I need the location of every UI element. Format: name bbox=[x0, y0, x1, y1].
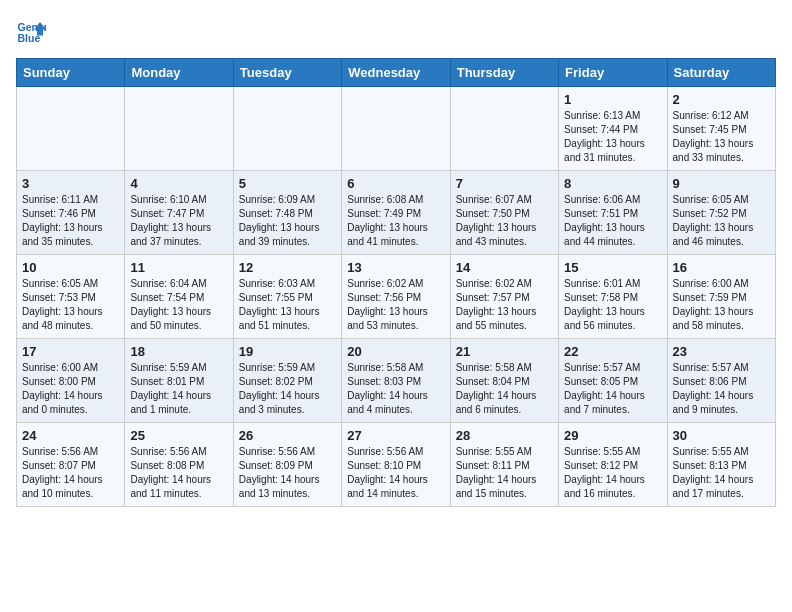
day-content: Sunrise: 5:59 AM Sunset: 8:01 PM Dayligh… bbox=[130, 361, 227, 417]
day-number: 10 bbox=[22, 260, 119, 275]
day-content: Sunrise: 6:08 AM Sunset: 7:49 PM Dayligh… bbox=[347, 193, 444, 249]
day-content: Sunrise: 5:55 AM Sunset: 8:12 PM Dayligh… bbox=[564, 445, 661, 501]
calendar-cell: 19Sunrise: 5:59 AM Sunset: 8:02 PM Dayli… bbox=[233, 339, 341, 423]
calendar-cell: 24Sunrise: 5:56 AM Sunset: 8:07 PM Dayli… bbox=[17, 423, 125, 507]
header-thursday: Thursday bbox=[450, 59, 558, 87]
day-content: Sunrise: 5:55 AM Sunset: 8:13 PM Dayligh… bbox=[673, 445, 770, 501]
calendar-cell: 28Sunrise: 5:55 AM Sunset: 8:11 PM Dayli… bbox=[450, 423, 558, 507]
calendar-cell bbox=[233, 87, 341, 171]
calendar-cell: 3Sunrise: 6:11 AM Sunset: 7:46 PM Daylig… bbox=[17, 171, 125, 255]
day-content: Sunrise: 5:56 AM Sunset: 8:10 PM Dayligh… bbox=[347, 445, 444, 501]
calendar-cell: 22Sunrise: 5:57 AM Sunset: 8:05 PM Dayli… bbox=[559, 339, 667, 423]
day-number: 13 bbox=[347, 260, 444, 275]
calendar-cell: 18Sunrise: 5:59 AM Sunset: 8:01 PM Dayli… bbox=[125, 339, 233, 423]
calendar-cell: 5Sunrise: 6:09 AM Sunset: 7:48 PM Daylig… bbox=[233, 171, 341, 255]
calendar-cell: 8Sunrise: 6:06 AM Sunset: 7:51 PM Daylig… bbox=[559, 171, 667, 255]
day-content: Sunrise: 6:04 AM Sunset: 7:54 PM Dayligh… bbox=[130, 277, 227, 333]
day-number: 16 bbox=[673, 260, 770, 275]
svg-text:Blue: Blue bbox=[18, 32, 41, 44]
calendar-cell: 2Sunrise: 6:12 AM Sunset: 7:45 PM Daylig… bbox=[667, 87, 775, 171]
calendar-week-row: 10Sunrise: 6:05 AM Sunset: 7:53 PM Dayli… bbox=[17, 255, 776, 339]
day-content: Sunrise: 5:58 AM Sunset: 8:04 PM Dayligh… bbox=[456, 361, 553, 417]
day-number: 23 bbox=[673, 344, 770, 359]
day-number: 24 bbox=[22, 428, 119, 443]
header-monday: Monday bbox=[125, 59, 233, 87]
day-content: Sunrise: 5:58 AM Sunset: 8:03 PM Dayligh… bbox=[347, 361, 444, 417]
day-number: 25 bbox=[130, 428, 227, 443]
day-content: Sunrise: 5:56 AM Sunset: 8:08 PM Dayligh… bbox=[130, 445, 227, 501]
calendar-cell: 14Sunrise: 6:02 AM Sunset: 7:57 PM Dayli… bbox=[450, 255, 558, 339]
day-content: Sunrise: 6:05 AM Sunset: 7:52 PM Dayligh… bbox=[673, 193, 770, 249]
calendar-cell: 20Sunrise: 5:58 AM Sunset: 8:03 PM Dayli… bbox=[342, 339, 450, 423]
day-number: 2 bbox=[673, 92, 770, 107]
day-content: Sunrise: 6:07 AM Sunset: 7:50 PM Dayligh… bbox=[456, 193, 553, 249]
day-content: Sunrise: 6:02 AM Sunset: 7:56 PM Dayligh… bbox=[347, 277, 444, 333]
calendar-cell: 21Sunrise: 5:58 AM Sunset: 8:04 PM Dayli… bbox=[450, 339, 558, 423]
calendar-cell: 12Sunrise: 6:03 AM Sunset: 7:55 PM Dayli… bbox=[233, 255, 341, 339]
header-tuesday: Tuesday bbox=[233, 59, 341, 87]
calendar-cell: 16Sunrise: 6:00 AM Sunset: 7:59 PM Dayli… bbox=[667, 255, 775, 339]
day-number: 29 bbox=[564, 428, 661, 443]
day-content: Sunrise: 5:59 AM Sunset: 8:02 PM Dayligh… bbox=[239, 361, 336, 417]
calendar-cell bbox=[342, 87, 450, 171]
calendar-week-row: 3Sunrise: 6:11 AM Sunset: 7:46 PM Daylig… bbox=[17, 171, 776, 255]
logo-icon: General Blue bbox=[16, 16, 46, 46]
day-number: 27 bbox=[347, 428, 444, 443]
day-number: 9 bbox=[673, 176, 770, 191]
calendar-week-row: 17Sunrise: 6:00 AM Sunset: 8:00 PM Dayli… bbox=[17, 339, 776, 423]
day-number: 20 bbox=[347, 344, 444, 359]
day-content: Sunrise: 6:11 AM Sunset: 7:46 PM Dayligh… bbox=[22, 193, 119, 249]
calendar-cell: 7Sunrise: 6:07 AM Sunset: 7:50 PM Daylig… bbox=[450, 171, 558, 255]
header-saturday: Saturday bbox=[667, 59, 775, 87]
calendar-cell: 15Sunrise: 6:01 AM Sunset: 7:58 PM Dayli… bbox=[559, 255, 667, 339]
calendar-cell: 17Sunrise: 6:00 AM Sunset: 8:00 PM Dayli… bbox=[17, 339, 125, 423]
calendar-cell: 1Sunrise: 6:13 AM Sunset: 7:44 PM Daylig… bbox=[559, 87, 667, 171]
calendar-cell: 30Sunrise: 5:55 AM Sunset: 8:13 PM Dayli… bbox=[667, 423, 775, 507]
day-content: Sunrise: 6:00 AM Sunset: 8:00 PM Dayligh… bbox=[22, 361, 119, 417]
calendar-cell: 4Sunrise: 6:10 AM Sunset: 7:47 PM Daylig… bbox=[125, 171, 233, 255]
calendar-cell: 11Sunrise: 6:04 AM Sunset: 7:54 PM Dayli… bbox=[125, 255, 233, 339]
calendar-table: SundayMondayTuesdayWednesdayThursdayFrid… bbox=[16, 58, 776, 507]
day-content: Sunrise: 6:03 AM Sunset: 7:55 PM Dayligh… bbox=[239, 277, 336, 333]
day-number: 1 bbox=[564, 92, 661, 107]
day-content: Sunrise: 6:06 AM Sunset: 7:51 PM Dayligh… bbox=[564, 193, 661, 249]
calendar-cell: 29Sunrise: 5:55 AM Sunset: 8:12 PM Dayli… bbox=[559, 423, 667, 507]
day-number: 18 bbox=[130, 344, 227, 359]
calendar-week-row: 1Sunrise: 6:13 AM Sunset: 7:44 PM Daylig… bbox=[17, 87, 776, 171]
day-content: Sunrise: 6:13 AM Sunset: 7:44 PM Dayligh… bbox=[564, 109, 661, 165]
calendar-cell: 25Sunrise: 5:56 AM Sunset: 8:08 PM Dayli… bbox=[125, 423, 233, 507]
day-number: 22 bbox=[564, 344, 661, 359]
day-content: Sunrise: 6:12 AM Sunset: 7:45 PM Dayligh… bbox=[673, 109, 770, 165]
calendar-cell: 9Sunrise: 6:05 AM Sunset: 7:52 PM Daylig… bbox=[667, 171, 775, 255]
day-content: Sunrise: 5:55 AM Sunset: 8:11 PM Dayligh… bbox=[456, 445, 553, 501]
page-header: General Blue bbox=[16, 16, 776, 46]
day-number: 28 bbox=[456, 428, 553, 443]
day-content: Sunrise: 5:57 AM Sunset: 8:05 PM Dayligh… bbox=[564, 361, 661, 417]
logo: General Blue bbox=[16, 16, 50, 46]
day-number: 19 bbox=[239, 344, 336, 359]
day-content: Sunrise: 6:01 AM Sunset: 7:58 PM Dayligh… bbox=[564, 277, 661, 333]
day-number: 8 bbox=[564, 176, 661, 191]
calendar-header-row: SundayMondayTuesdayWednesdayThursdayFrid… bbox=[17, 59, 776, 87]
calendar-cell bbox=[17, 87, 125, 171]
day-content: Sunrise: 6:00 AM Sunset: 7:59 PM Dayligh… bbox=[673, 277, 770, 333]
calendar-cell bbox=[125, 87, 233, 171]
calendar-cell: 26Sunrise: 5:56 AM Sunset: 8:09 PM Dayli… bbox=[233, 423, 341, 507]
day-content: Sunrise: 6:02 AM Sunset: 7:57 PM Dayligh… bbox=[456, 277, 553, 333]
header-sunday: Sunday bbox=[17, 59, 125, 87]
calendar-week-row: 24Sunrise: 5:56 AM Sunset: 8:07 PM Dayli… bbox=[17, 423, 776, 507]
day-number: 11 bbox=[130, 260, 227, 275]
day-content: Sunrise: 6:09 AM Sunset: 7:48 PM Dayligh… bbox=[239, 193, 336, 249]
calendar-cell: 13Sunrise: 6:02 AM Sunset: 7:56 PM Dayli… bbox=[342, 255, 450, 339]
header-friday: Friday bbox=[559, 59, 667, 87]
day-number: 15 bbox=[564, 260, 661, 275]
calendar-cell bbox=[450, 87, 558, 171]
day-number: 26 bbox=[239, 428, 336, 443]
day-content: Sunrise: 5:56 AM Sunset: 8:07 PM Dayligh… bbox=[22, 445, 119, 501]
day-number: 3 bbox=[22, 176, 119, 191]
day-content: Sunrise: 6:10 AM Sunset: 7:47 PM Dayligh… bbox=[130, 193, 227, 249]
day-number: 14 bbox=[456, 260, 553, 275]
calendar-cell: 27Sunrise: 5:56 AM Sunset: 8:10 PM Dayli… bbox=[342, 423, 450, 507]
day-number: 6 bbox=[347, 176, 444, 191]
header-wednesday: Wednesday bbox=[342, 59, 450, 87]
